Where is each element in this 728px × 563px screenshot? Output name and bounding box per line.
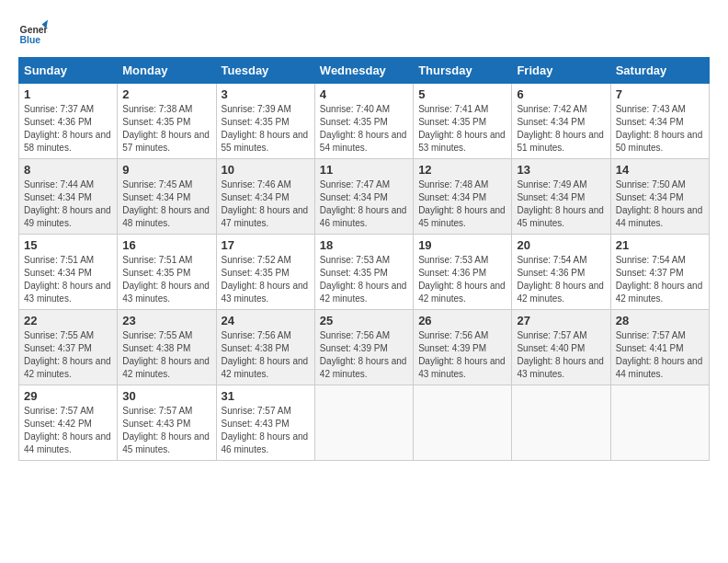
day-info: Sunrise: 7:56 AMSunset: 4:39 PMDaylight:… [320, 329, 408, 381]
calendar-cell-12: 12Sunrise: 7:48 AMSunset: 4:34 PMDayligh… [414, 159, 512, 235]
calendar-cell-8: 8Sunrise: 7:44 AMSunset: 4:34 PMDaylight… [19, 159, 118, 235]
day-info: Sunrise: 7:54 AMSunset: 4:37 PMDaylight:… [616, 254, 704, 305]
day-info: Sunrise: 7:48 AMSunset: 4:34 PMDaylight:… [418, 178, 506, 230]
day-info: Sunrise: 7:38 AMSunset: 4:35 PMDaylight:… [122, 103, 210, 155]
day-number: 24 [222, 314, 310, 327]
svg-text:Blue: Blue [20, 35, 41, 45]
day-number: 28 [616, 314, 704, 327]
day-info: Sunrise: 7:56 AMSunset: 4:38 PMDaylight:… [222, 329, 310, 381]
calendar-cell-18: 18Sunrise: 7:53 AMSunset: 4:35 PMDayligh… [314, 235, 413, 310]
day-info: Sunrise: 7:46 AMSunset: 4:34 PMDaylight:… [222, 178, 310, 230]
calendar-cell-14: 14Sunrise: 7:50 AMSunset: 4:34 PMDayligh… [610, 159, 709, 235]
calendar-cell-24: 24Sunrise: 7:56 AMSunset: 4:38 PMDayligh… [216, 310, 314, 385]
day-header-thursday: Thursday [414, 58, 512, 84]
day-info: Sunrise: 7:54 AMSunset: 4:36 PMDaylight:… [517, 254, 605, 305]
day-info: Sunrise: 7:57 AMSunset: 4:41 PMDaylight:… [616, 329, 704, 381]
logo: General Blue [18, 18, 53, 48]
calendar-cell-empty [314, 385, 413, 461]
calendar-cell-26: 26Sunrise: 7:56 AMSunset: 4:39 PMDayligh… [414, 310, 512, 385]
day-number: 29 [24, 389, 112, 403]
svg-text:General: General [20, 25, 48, 35]
day-number: 6 [517, 87, 605, 101]
day-number: 9 [122, 163, 210, 177]
calendar-cell-20: 20Sunrise: 7:54 AMSunset: 4:36 PMDayligh… [512, 235, 610, 310]
calendar-cell-empty [414, 385, 512, 461]
day-number: 3 [222, 87, 310, 101]
day-info: Sunrise: 7:40 AMSunset: 4:35 PMDaylight:… [320, 103, 408, 155]
calendar-cell-29: 29Sunrise: 7:57 AMSunset: 4:42 PMDayligh… [19, 385, 118, 461]
day-info: Sunrise: 7:57 AMSunset: 4:40 PMDaylight:… [517, 329, 605, 381]
day-number: 23 [122, 314, 210, 327]
calendar-cell-15: 15Sunrise: 7:51 AMSunset: 4:34 PMDayligh… [19, 235, 118, 310]
day-number: 13 [517, 163, 605, 177]
calendar-cell-17: 17Sunrise: 7:52 AMSunset: 4:35 PMDayligh… [216, 235, 314, 310]
day-number: 21 [616, 238, 704, 252]
day-number: 19 [418, 238, 506, 252]
day-number: 22 [24, 314, 112, 327]
calendar-cell-31: 31Sunrise: 7:57 AMSunset: 4:43 PMDayligh… [216, 385, 314, 461]
day-number: 12 [418, 163, 506, 177]
day-number: 2 [122, 87, 210, 101]
calendar-cell-empty [610, 385, 709, 461]
page-header: General Blue [18, 18, 710, 48]
calendar-body: 1Sunrise: 7:37 AMSunset: 4:36 PMDaylight… [19, 84, 710, 461]
day-number: 5 [418, 87, 506, 101]
day-info: Sunrise: 7:49 AMSunset: 4:34 PMDaylight:… [517, 178, 605, 230]
calendar-cell-23: 23Sunrise: 7:55 AMSunset: 4:38 PMDayligh… [118, 310, 216, 385]
calendar-cell-4: 4Sunrise: 7:40 AMSunset: 4:35 PMDaylight… [314, 84, 413, 159]
day-info: Sunrise: 7:57 AMSunset: 4:42 PMDaylight:… [24, 405, 112, 456]
calendar-cell-30: 30Sunrise: 7:57 AMSunset: 4:43 PMDayligh… [118, 385, 216, 461]
day-info: Sunrise: 7:39 AMSunset: 4:35 PMDaylight:… [222, 103, 310, 155]
day-number: 1 [24, 87, 112, 101]
calendar-cell-13: 13Sunrise: 7:49 AMSunset: 4:34 PMDayligh… [512, 159, 610, 235]
day-number: 7 [616, 87, 704, 101]
calendar-cell-5: 5Sunrise: 7:41 AMSunset: 4:35 PMDaylight… [414, 84, 512, 159]
day-info: Sunrise: 7:37 AMSunset: 4:36 PMDaylight:… [24, 103, 112, 155]
calendar-cell-16: 16Sunrise: 7:51 AMSunset: 4:35 PMDayligh… [118, 235, 216, 310]
day-number: 25 [320, 314, 408, 327]
day-number: 16 [122, 238, 210, 252]
calendar-cell-25: 25Sunrise: 7:56 AMSunset: 4:39 PMDayligh… [314, 310, 413, 385]
day-info: Sunrise: 7:52 AMSunset: 4:35 PMDaylight:… [222, 254, 310, 305]
day-info: Sunrise: 7:55 AMSunset: 4:37 PMDaylight:… [24, 329, 112, 381]
day-number: 27 [517, 314, 605, 327]
calendar-cell-1: 1Sunrise: 7:37 AMSunset: 4:36 PMDaylight… [19, 84, 118, 159]
calendar-cell-3: 3Sunrise: 7:39 AMSunset: 4:35 PMDaylight… [216, 84, 314, 159]
day-info: Sunrise: 7:56 AMSunset: 4:39 PMDaylight:… [418, 329, 506, 381]
day-header-tuesday: Tuesday [216, 58, 314, 84]
day-info: Sunrise: 7:51 AMSunset: 4:35 PMDaylight:… [122, 254, 210, 305]
calendar-cell-28: 28Sunrise: 7:57 AMSunset: 4:41 PMDayligh… [610, 310, 709, 385]
day-header-wednesday: Wednesday [314, 58, 413, 84]
day-info: Sunrise: 7:41 AMSunset: 4:35 PMDaylight:… [418, 103, 506, 155]
day-number: 26 [418, 314, 506, 327]
day-header-sunday: Sunday [19, 58, 118, 84]
day-info: Sunrise: 7:55 AMSunset: 4:38 PMDaylight:… [122, 329, 210, 381]
day-info: Sunrise: 7:51 AMSunset: 4:34 PMDaylight:… [24, 254, 112, 305]
calendar-cell-11: 11Sunrise: 7:47 AMSunset: 4:34 PMDayligh… [314, 159, 413, 235]
calendar-cell-2: 2Sunrise: 7:38 AMSunset: 4:35 PMDaylight… [118, 84, 216, 159]
day-header-monday: Monday [118, 58, 216, 84]
calendar-cell-21: 21Sunrise: 7:54 AMSunset: 4:37 PMDayligh… [610, 235, 709, 310]
day-info: Sunrise: 7:43 AMSunset: 4:34 PMDaylight:… [616, 103, 704, 155]
day-info: Sunrise: 7:57 AMSunset: 4:43 PMDaylight:… [222, 405, 310, 456]
calendar-cell-6: 6Sunrise: 7:42 AMSunset: 4:34 PMDaylight… [512, 84, 610, 159]
day-number: 30 [122, 389, 210, 403]
day-header-friday: Friday [512, 58, 610, 84]
day-number: 15 [24, 238, 112, 252]
calendar-cell-19: 19Sunrise: 7:53 AMSunset: 4:36 PMDayligh… [414, 235, 512, 310]
calendar-header: SundayMondayTuesdayWednesdayThursdayFrid… [19, 58, 710, 84]
day-info: Sunrise: 7:45 AMSunset: 4:34 PMDaylight:… [122, 178, 210, 230]
calendar-cell-27: 27Sunrise: 7:57 AMSunset: 4:40 PMDayligh… [512, 310, 610, 385]
day-info: Sunrise: 7:47 AMSunset: 4:34 PMDaylight:… [320, 178, 408, 230]
calendar-cell-9: 9Sunrise: 7:45 AMSunset: 4:34 PMDaylight… [118, 159, 216, 235]
day-header-saturday: Saturday [610, 58, 709, 84]
day-number: 8 [24, 163, 112, 177]
day-info: Sunrise: 7:50 AMSunset: 4:34 PMDaylight:… [616, 178, 704, 230]
calendar-cell-7: 7Sunrise: 7:43 AMSunset: 4:34 PMDaylight… [610, 84, 709, 159]
day-number: 20 [517, 238, 605, 252]
day-number: 4 [320, 87, 408, 101]
logo-icon: General Blue [18, 18, 48, 48]
calendar-cell-empty [512, 385, 610, 461]
day-number: 14 [616, 163, 704, 177]
calendar-table: SundayMondayTuesdayWednesdayThursdayFrid… [18, 57, 710, 461]
